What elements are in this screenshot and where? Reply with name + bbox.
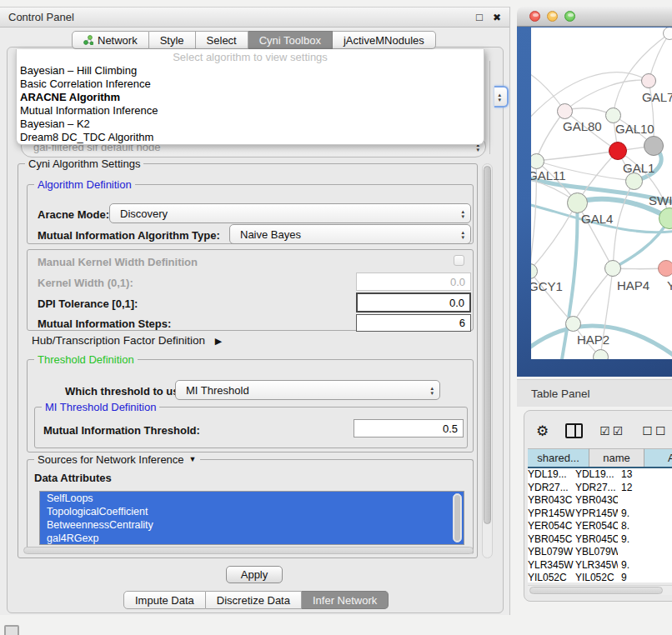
- algorithm-definition-legend: Algorithm Definition: [34, 178, 135, 191]
- network-node-gal80[interactable]: [557, 103, 573, 119]
- column-header-shared...[interactable]: shared...: [528, 448, 589, 467]
- algorithm-option[interactable]: ARACNE Algorithm: [17, 91, 484, 104]
- algorithm-option[interactable]: Bayesian – K2: [17, 118, 484, 131]
- algorithm-option[interactable]: Dream8 DC_TDC Algorithm: [17, 131, 484, 144]
- table-cell: YIL052C: [528, 572, 575, 582]
- column-header-A[interactable]: A: [644, 448, 672, 467]
- network-node-gal1[interactable]: [609, 142, 627, 160]
- kernel-width-field[interactable]: 0.0: [356, 272, 471, 291]
- algorithm-definition-group: Algorithm Definition Aracne Mode: Discov…: [27, 184, 474, 244]
- table-row[interactable]: YIL052CYIL052C9: [528, 572, 672, 582]
- tab-discretize-data[interactable]: Discretize Data: [206, 591, 302, 609]
- table-cell: YLR345W: [575, 559, 618, 572]
- zoom-window-icon[interactable]: [564, 11, 575, 22]
- float-window-icon[interactable]: □: [476, 12, 483, 22]
- table-cell: YDL19...: [528, 468, 575, 482]
- network-node-gal10[interactable]: [605, 108, 621, 123]
- network-node-y[interactable]: [658, 260, 672, 277]
- algorithm-option[interactable]: Basic Correlation Inference: [17, 78, 484, 91]
- mi-threshold-field[interactable]: 0.5: [354, 419, 464, 438]
- table-row[interactable]: YBR045CYBR045C9.: [528, 533, 672, 547]
- tab-cyni-toolbox[interactable]: Cyni Toolbox: [248, 31, 333, 49]
- tab-infer-network[interactable]: Infer Network: [302, 591, 389, 609]
- node-label: GAL1: [623, 161, 654, 175]
- algorithm-option[interactable]: Bayesian – Hill Climbing: [17, 64, 484, 78]
- table-cell: YPR145W: [575, 508, 618, 521]
- table-header-row: shared...nameA: [528, 448, 672, 468]
- algorithm-list: Bayesian – Hill ClimbingBasic Correlatio…: [17, 64, 484, 144]
- mi-algorithm-type-combobox[interactable]: Naive Bayes ▴▾: [229, 224, 471, 244]
- settings-vertical-scrollbar[interactable]: [482, 163, 493, 558]
- table-row[interactable]: YBR043CYBR043C: [528, 494, 672, 508]
- close-panel-icon[interactable]: ✖: [493, 12, 501, 22]
- algorithm-option[interactable]: Mutual Information Inference: [17, 104, 484, 118]
- mi-steps-field[interactable]: 6: [356, 314, 471, 332]
- tab-network[interactable]: Network: [72, 31, 149, 49]
- collapsed-panel-icon[interactable]: [4, 625, 19, 635]
- data-attribute-item[interactable]: BetweennessCentrality: [40, 518, 464, 532]
- tab-select[interactable]: Select: [196, 31, 248, 49]
- network-node-swi4[interactable]: [625, 172, 643, 190]
- table-row[interactable]: YDR27...YDR27...12: [528, 482, 672, 495]
- attributes-vertical-scrollbar[interactable]: [453, 493, 462, 542]
- deselect-all-columns-icon[interactable]: ☐☐: [642, 425, 668, 437]
- close-window-icon[interactable]: [529, 11, 540, 22]
- apply-button[interactable]: Apply: [226, 566, 283, 583]
- combo-arrows-icon: ▴▾: [430, 386, 434, 395]
- which-threshold-combobox[interactable]: MI Threshold ▴▾: [175, 380, 440, 400]
- mi-type-value: Naive Bayes: [240, 228, 301, 241]
- mi-threshold-legend: MI Threshold Definition: [42, 401, 159, 413]
- table-row[interactable]: YER054CYER054C8.: [528, 520, 672, 533]
- table-cell: YER054C: [528, 520, 575, 533]
- data-attribute-item[interactable]: TopologicalCoefficient: [40, 505, 464, 518]
- data-attributes-label: Data Attributes: [34, 472, 112, 484]
- network-node-hap2[interactable]: [565, 316, 581, 332]
- table-cell: [618, 546, 672, 559]
- dpi-tolerance-label: DPI Tolerance [0,1]:: [38, 298, 138, 310]
- control-panel-title: Control Panel: [8, 11, 74, 23]
- data-attribute-item[interactable]: SelfLoops: [40, 492, 464, 505]
- table-body: YDL19...YDL19...13YDR27...YDR27...12YBR0…: [528, 468, 672, 582]
- network-node-gal4[interactable]: [567, 192, 588, 213]
- aracne-mode-combobox[interactable]: Discovery ▴▾: [109, 203, 471, 223]
- dpi-tolerance-field[interactable]: 0.0: [356, 292, 471, 312]
- mi-threshold-label: Mutual Information Threshold:: [43, 424, 200, 437]
- combo-arrows-icon: ▴▾: [498, 92, 501, 102]
- settings-gear-icon[interactable]: ⚙: [536, 424, 549, 438]
- network-node-hap4[interactable]: [604, 260, 621, 277]
- minimize-window-icon[interactable]: [547, 11, 558, 22]
- table-row[interactable]: YPR145WYPR145W9.: [528, 508, 672, 521]
- tab-impute-data[interactable]: Impute Data: [123, 591, 206, 609]
- network-node[interactable]: [663, 28, 672, 40]
- control-panel-window: Control Panel □ ✖ NetworkStyleSelectCyni…: [0, 7, 510, 615]
- node-label: HAP2: [577, 332, 609, 347]
- table-horizontal-scrollbar[interactable]: [528, 585, 672, 595]
- network-node[interactable]: [593, 349, 609, 360]
- table-cell: YBL079W: [528, 546, 575, 559]
- manual-kernel-checkbox[interactable]: [454, 255, 464, 266]
- select-all-columns-icon[interactable]: ☑☑: [599, 425, 625, 437]
- table-cell: 9.: [618, 508, 672, 521]
- table-row[interactable]: YLR345WYLR345W9.: [528, 559, 672, 572]
- tab-jactivemnodules[interactable]: jActiveMNodules: [333, 31, 436, 49]
- settings-horizontal-scrollbar[interactable]: [23, 547, 474, 554]
- column-header-name[interactable]: name: [589, 448, 644, 467]
- split-columns-icon[interactable]: [565, 423, 583, 438]
- network-window-titlebar[interactable]: [517, 7, 672, 27]
- table-cell: 8.: [618, 520, 672, 533]
- table-row[interactable]: YBL079WYBL079W: [528, 546, 672, 559]
- network-node-gal11[interactable]: [531, 153, 544, 169]
- table-cell: 9.: [618, 533, 672, 547]
- data-attribute-item[interactable]: gal4RGexp: [40, 532, 464, 545]
- network-node[interactable]: [644, 136, 664, 156]
- focused-combobox-fragment[interactable]: ▴▾: [494, 86, 509, 108]
- network-canvas[interactable]: GAL7GAL80GAL10GAL1GAL11SWI4GAL4GCY1HAP4Y…: [531, 28, 672, 359]
- hub-definition-expander[interactable]: Hub/Transcription Factor Definition ▶: [32, 334, 222, 347]
- tab-style[interactable]: Style: [149, 31, 196, 49]
- mi-type-label: Mutual Information Algorithm Type:: [38, 229, 220, 242]
- combo-arrows-icon: ▴▾: [461, 230, 464, 239]
- network-node-gal7[interactable]: [641, 73, 656, 88]
- node-label: GCY1: [531, 279, 563, 293]
- sources-legend[interactable]: Sources for Network Inference ▼: [34, 453, 200, 466]
- table-row[interactable]: YDL19...YDL19...13: [528, 468, 672, 482]
